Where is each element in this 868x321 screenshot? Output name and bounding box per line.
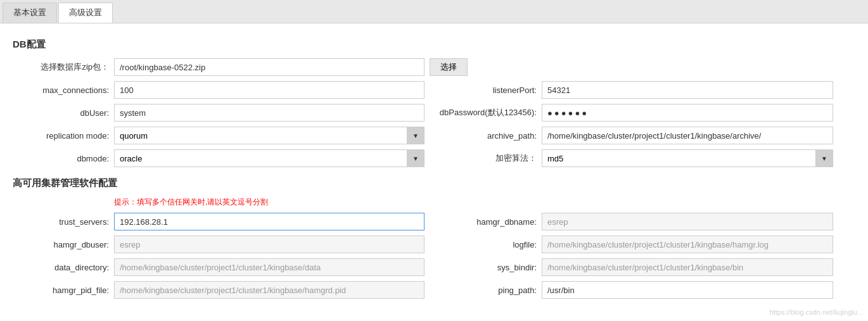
- db-password-label: dbPassword(默认123456):: [434, 107, 542, 118]
- replication-archive-row: replication mode: quorum sync async ▼ ar…: [13, 127, 855, 144]
- trust-servers-row: trust_servers: hamgr_dbname:: [13, 213, 855, 230]
- db-user-label: dbUser:: [13, 108, 114, 118]
- dbmode-wrapper: oracle pg ▼: [114, 149, 424, 167]
- watermark: https://blog.csdn.net/liujinglu...: [770, 308, 863, 316]
- db-user-input[interactable]: [114, 104, 424, 122]
- user-password-row: dbUser: dbPassword(默认123456):: [13, 104, 855, 122]
- content-area: DB配置 选择数据库zip包： 选择 max_connections: list…: [0, 23, 868, 321]
- max-connections-input[interactable]: [114, 81, 424, 99]
- hamgr-dbuser-input[interactable]: [114, 236, 424, 253]
- sys-bindir-input[interactable]: [542, 258, 833, 276]
- archive-path-label: archive_path:: [434, 131, 542, 141]
- encrypt-select[interactable]: md5 sha256: [542, 149, 833, 167]
- data-dir-bindir-row: data_directory: sys_bindir:: [13, 258, 855, 276]
- listener-port-input[interactable]: [542, 81, 833, 99]
- hamgr-dbuser-label: hamgr_dbuser:: [13, 240, 114, 249]
- tab-basic[interactable]: 基本设置: [3, 3, 57, 23]
- encrypt-wrapper: md5 sha256 ▼: [542, 149, 833, 167]
- hamgr-dbname-label: hamgr_dbname:: [434, 217, 542, 227]
- tab-advanced[interactable]: 高级设置: [58, 3, 113, 23]
- trust-servers-label: trust_servers:: [13, 217, 114, 227]
- logfile-input[interactable]: [542, 236, 833, 253]
- ha-hint: 提示：填写多个信任网关时,请以英文逗号分割: [114, 197, 855, 208]
- dbuser-logfile-row: hamgr_dbuser: logfile:: [13, 236, 855, 253]
- listener-port-label: listenerPort:: [434, 85, 542, 95]
- replication-mode-select[interactable]: quorum sync async: [114, 127, 424, 144]
- hamgr-pid-file-label: hamgr_pid_file:: [13, 286, 114, 295]
- replication-mode-label: replication mode:: [13, 131, 114, 141]
- data-directory-input[interactable]: [114, 258, 424, 276]
- data-directory-label: data_directory:: [13, 263, 114, 272]
- sys-bindir-label: sys_bindir:: [434, 263, 542, 272]
- max-connections-label: max_connections:: [13, 85, 114, 95]
- connections-port-row: max_connections: listenerPort:: [13, 81, 855, 99]
- archive-path-input[interactable]: [542, 127, 833, 144]
- dbmode-label: dbmode:: [13, 154, 114, 163]
- ping-path-input[interactable]: [542, 281, 833, 299]
- logfile-label: logfile:: [434, 240, 542, 249]
- tab-bar: 基本设置 高级设置: [0, 0, 868, 23]
- trust-servers-input[interactable]: [114, 213, 424, 230]
- hamgr-pid-file-input[interactable]: [114, 281, 424, 299]
- zip-select-button[interactable]: 选择: [430, 58, 468, 76]
- encrypt-label: 加密算法：: [434, 153, 542, 164]
- zip-label: 选择数据库zip包：: [13, 61, 114, 73]
- db-config-title: DB配置: [13, 39, 855, 51]
- zip-input[interactable]: [114, 58, 424, 76]
- ping-path-label: ping_path:: [434, 286, 542, 295]
- zip-row: 选择数据库zip包： 选择: [13, 58, 855, 76]
- replication-mode-wrapper: quorum sync async ▼: [114, 127, 424, 144]
- dbmode-encrypt-row: dbmode: oracle pg ▼ 加密算法： md5 sha256 ▼: [13, 149, 855, 167]
- pid-ping-row: hamgr_pid_file: ping_path:: [13, 281, 855, 299]
- db-password-input[interactable]: [542, 104, 833, 122]
- hamgr-dbname-input[interactable]: [542, 213, 833, 230]
- ha-config-title: 高可用集群管理软件配置: [13, 177, 855, 189]
- dbmode-select[interactable]: oracle pg: [114, 149, 424, 167]
